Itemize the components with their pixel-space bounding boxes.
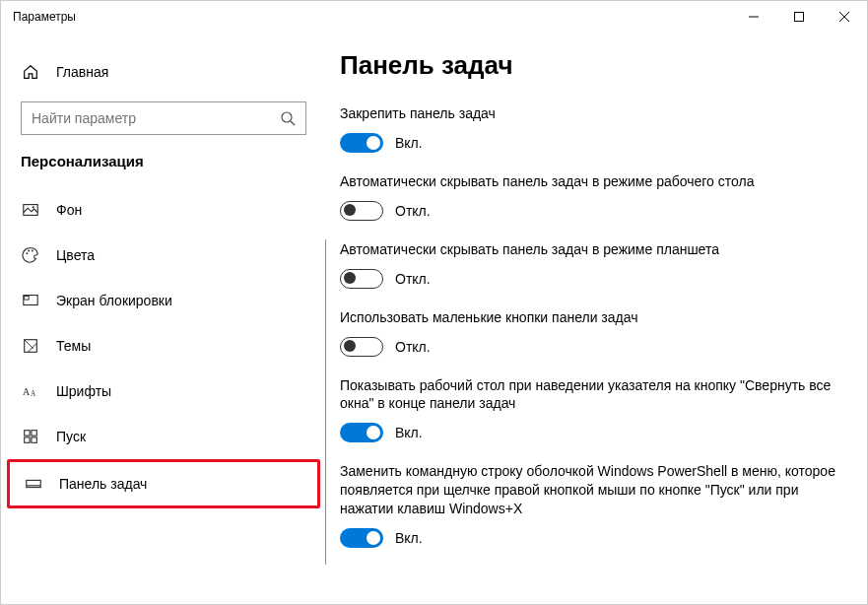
- taskbar-icon: [24, 474, 43, 494]
- setting-peek-desktop: Показывать рабочий стол при наведении ук…: [340, 376, 837, 443]
- themes-icon: [21, 336, 40, 356]
- toggle-peek-desktop[interactable]: [340, 423, 383, 442]
- sidebar-item-themes[interactable]: Темы: [1, 323, 326, 369]
- svg-line-5: [291, 121, 295, 125]
- setting-powershell: Заменить командную строку оболочкой Wind…: [340, 462, 837, 548]
- sidebar-item-background[interactable]: Фон: [1, 187, 326, 233]
- sidebar-item-colors[interactable]: Цвета: [1, 233, 326, 278]
- search-input[interactable]: [32, 110, 280, 126]
- palette-icon: [21, 245, 40, 265]
- setting-label: Автоматически скрывать панель задач в ре…: [340, 172, 837, 191]
- toggle-small-buttons[interactable]: [340, 337, 383, 357]
- sidebar-item-label: Темы: [56, 338, 91, 354]
- sidebar-item-label: Цвета: [56, 247, 95, 263]
- sidebar-item-label: Экран блокировки: [56, 293, 172, 308]
- toggle-state-text: Откл.: [395, 271, 431, 287]
- lockscreen-icon: [21, 291, 40, 310]
- setting-label: Показывать рабочий стол при наведении ук…: [340, 376, 837, 414]
- svg-rect-16: [25, 431, 30, 436]
- fonts-icon: AA: [21, 381, 40, 401]
- home-icon: [21, 62, 40, 82]
- start-icon: [21, 427, 40, 446]
- sidebar-divider: [325, 239, 326, 565]
- toggle-lock-taskbar[interactable]: [340, 133, 383, 153]
- window-title: Параметры: [13, 10, 731, 24]
- minimize-button[interactable]: [731, 1, 776, 33]
- svg-rect-1: [795, 13, 804, 22]
- setting-label: Автоматически скрывать панель задач в ре…: [340, 240, 837, 259]
- svg-text:A: A: [31, 390, 36, 398]
- sidebar: Главная Персонализация Фон: [1, 33, 326, 604]
- home-label: Главная: [56, 64, 108, 80]
- sidebar-item-label: Панель задач: [59, 476, 147, 492]
- setting-label: Использовать маленькие кнопки панели зад…: [340, 308, 837, 327]
- sidebar-item-label: Фон: [56, 202, 82, 218]
- svg-point-7: [33, 206, 34, 208]
- titlebar: Параметры: [1, 1, 867, 33]
- main-content: Панель задач Закрепить панель задач Вкл.…: [326, 33, 867, 604]
- sidebar-item-lockscreen[interactable]: Экран блокировки: [1, 278, 326, 323]
- sidebar-item-fonts[interactable]: AA Шрифты: [1, 369, 326, 414]
- toggle-state-text: Откл.: [395, 339, 431, 355]
- toggle-autohide-tablet[interactable]: [340, 269, 383, 289]
- toggle-state-text: Вкл.: [395, 530, 423, 546]
- toggle-state-text: Вкл.: [395, 135, 423, 151]
- sidebar-item-taskbar[interactable]: Панель задач: [7, 459, 320, 508]
- sidebar-item-label: Шрифты: [56, 383, 111, 399]
- search-icon: [280, 110, 296, 126]
- search-input-wrapper[interactable]: [21, 101, 306, 135]
- close-button[interactable]: [822, 1, 867, 33]
- svg-point-8: [27, 252, 29, 254]
- toggle-state-text: Откл.: [395, 203, 431, 219]
- page-title: Панель задач: [340, 50, 837, 81]
- nav-list: Фон Цвета Экран блокировки: [1, 187, 326, 508]
- setting-small-buttons: Использовать маленькие кнопки панели зад…: [340, 308, 837, 357]
- setting-lock-taskbar: Закрепить панель задач Вкл.: [340, 104, 837, 153]
- maximize-button[interactable]: [776, 1, 822, 33]
- svg-point-10: [32, 250, 33, 252]
- setting-autohide-tablet: Автоматически скрывать панель задач в ре…: [340, 240, 837, 289]
- svg-rect-20: [27, 480, 40, 487]
- svg-point-4: [282, 112, 292, 122]
- sidebar-item-start[interactable]: Пуск: [1, 414, 326, 459]
- svg-point-9: [28, 250, 30, 252]
- svg-rect-18: [25, 437, 30, 442]
- svg-text:A: A: [23, 386, 31, 397]
- sidebar-item-label: Пуск: [56, 429, 86, 444]
- toggle-autohide-desktop[interactable]: [340, 201, 383, 221]
- home-link[interactable]: Главная: [1, 52, 326, 92]
- section-title: Персонализация: [1, 153, 326, 169]
- toggle-powershell[interactable]: [340, 528, 383, 548]
- svg-rect-17: [32, 431, 36, 436]
- picture-icon: [21, 200, 40, 220]
- setting-label: Закрепить панель задач: [340, 104, 837, 123]
- svg-rect-12: [25, 297, 30, 301]
- setting-autohide-desktop: Автоматически скрывать панель задач в ре…: [340, 172, 837, 221]
- setting-label: Заменить командную строку оболочкой Wind…: [340, 462, 837, 518]
- svg-rect-19: [32, 437, 36, 442]
- toggle-state-text: Вкл.: [395, 425, 423, 440]
